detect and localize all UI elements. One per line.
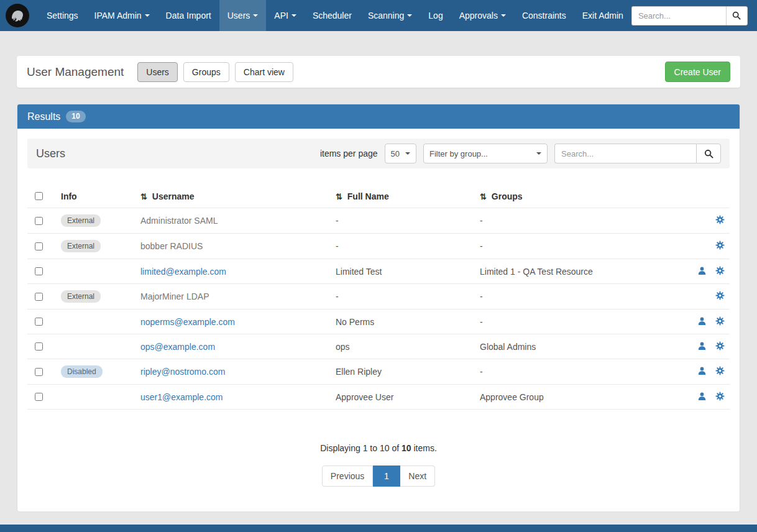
gear-icon[interactable]	[715, 215, 725, 226]
username-link: MajorMiner LDAP	[140, 291, 209, 301]
results-panel-header: Results 10	[17, 104, 740, 129]
full-name-cell: Ellen Ripley	[331, 359, 475, 385]
gear-icon[interactable]	[715, 316, 725, 328]
row-checkbox[interactable]	[35, 368, 43, 376]
nav-item[interactable]: Settings	[39, 0, 86, 31]
row-checkbox[interactable]	[35, 293, 43, 301]
previous-page-button[interactable]: Previous	[322, 466, 373, 487]
tab-chart-view[interactable]: Chart view	[235, 62, 293, 82]
column-header-fullname[interactable]: ⇅ Full Name	[331, 185, 475, 208]
full-name-cell: ops	[331, 334, 475, 359]
search-icon	[704, 149, 713, 158]
toolbar-controls: items per page 50 Filter by group...	[320, 144, 721, 163]
section-title: Users	[36, 147, 65, 160]
app-logo[interactable]	[5, 3, 30, 28]
column-header-info: Info	[56, 185, 135, 208]
caret-down-icon	[253, 14, 258, 17]
nav-item[interactable]: Log	[420, 0, 451, 31]
gear-icon[interactable]	[715, 392, 725, 403]
caret-down-icon	[536, 152, 541, 155]
nav-item[interactable]: Constraints	[514, 0, 574, 31]
caret-down-icon	[407, 14, 412, 17]
nav-item[interactable]: Scheduler	[305, 0, 360, 31]
full-name-cell: Limited Test	[331, 259, 475, 284]
caret-down-icon	[145, 14, 150, 17]
results-panel: Results 10 Users items per page 50 Filte…	[17, 104, 740, 512]
nav-item-label: Log	[428, 11, 443, 21]
summary-total: 10	[401, 443, 411, 453]
groups-cell: -	[475, 359, 676, 385]
table-search	[554, 144, 721, 163]
column-label: Groups	[492, 191, 523, 201]
nav-item-label: IPAM Admin	[94, 11, 142, 21]
gear-icon[interactable]	[715, 266, 725, 277]
username-link: Administrator SAML	[140, 216, 218, 226]
username-link[interactable]: user1@example.com	[140, 392, 223, 402]
items-per-page-value: 50	[391, 149, 400, 158]
row-checkbox[interactable]	[35, 217, 43, 225]
status-badge: External	[61, 240, 101, 252]
table-search-button[interactable]	[696, 144, 721, 163]
nav-item[interactable]: Scanning	[360, 0, 420, 31]
status-badge: External	[61, 290, 101, 303]
nav-item-label: Settings	[47, 11, 78, 21]
nav-item[interactable]: Data Import	[158, 0, 219, 31]
table-row: user1@example.com Approvee User Approvee…	[27, 385, 730, 410]
filter-by-group-value: Filter by group...	[429, 149, 488, 158]
table-row: noperms@example.com No Perms -	[27, 310, 730, 334]
user-profile-icon[interactable]	[697, 316, 707, 328]
create-user-button[interactable]: Create User	[665, 62, 730, 82]
gear-icon[interactable]	[715, 366, 725, 377]
tab-groups[interactable]: Groups	[183, 62, 229, 82]
row-checkbox[interactable]	[35, 318, 43, 326]
users-table-body: External Administrator SAML - -	[27, 208, 730, 410]
global-search-input[interactable]	[631, 6, 726, 25]
filter-by-group-select[interactable]: Filter by group...	[423, 144, 548, 163]
username-link[interactable]: noperms@example.com	[140, 317, 235, 327]
table-search-input[interactable]	[554, 144, 696, 163]
nav-item[interactable]: Approvals	[451, 0, 514, 31]
sort-icon: ⇅	[336, 192, 342, 201]
nav-item-label: Data Import	[166, 11, 211, 21]
gear-icon[interactable]	[715, 341, 725, 352]
table-row: limited@example.com Limited Test Limited…	[27, 259, 730, 284]
row-checkbox[interactable]	[35, 267, 43, 275]
nav-item-label: Constraints	[522, 11, 566, 21]
users-table: Info ⇅ Username ⇅ Full Name ⇅ Groups E	[27, 185, 730, 410]
nav-item-label: Exit Admin	[582, 11, 623, 21]
gear-icon[interactable]	[715, 241, 725, 252]
sort-icon: ⇅	[480, 192, 487, 201]
nav-item[interactable]: API	[266, 0, 305, 31]
column-header-groups[interactable]: ⇅ Groups	[475, 185, 676, 208]
username-link[interactable]: ripley@nostromo.com	[140, 367, 225, 377]
global-search-button[interactable]	[726, 6, 748, 25]
row-checkbox[interactable]	[35, 342, 43, 351]
mammoth-logo-icon	[5, 3, 30, 28]
nav-item[interactable]: Users	[219, 0, 267, 31]
username-link[interactable]: limited@example.com	[140, 267, 226, 277]
user-profile-icon[interactable]	[697, 392, 707, 403]
gear-icon[interactable]	[715, 291, 725, 302]
page-1-button[interactable]: 1	[373, 466, 400, 487]
select-all-checkbox[interactable]	[35, 192, 43, 200]
tab-users[interactable]: Users	[137, 62, 178, 82]
username-link[interactable]: ops@example.com	[140, 342, 215, 352]
user-profile-icon[interactable]	[697, 266, 707, 277]
user-profile-icon[interactable]	[697, 341, 707, 352]
nav-item-label: Scheduler	[313, 11, 352, 21]
row-checkbox[interactable]	[35, 242, 43, 250]
next-page-button[interactable]: Next	[400, 466, 435, 487]
results-title: Results	[27, 111, 60, 122]
table-row: External Administrator SAML - -	[27, 208, 730, 234]
row-checkbox[interactable]	[35, 393, 43, 401]
items-per-page-select[interactable]: 50	[385, 144, 416, 163]
groups-cell: Limited 1 - QA Test Resource	[475, 259, 676, 284]
nav-menu: Settings IPAM Admin Data Import Users AP…	[39, 0, 631, 31]
groups-cell: -	[475, 310, 676, 334]
column-header-username[interactable]: ⇅ Username	[135, 185, 331, 208]
user-profile-icon[interactable]	[697, 366, 707, 377]
items-per-page-label: items per page	[320, 149, 378, 158]
nav-item[interactable]: IPAM Admin	[86, 0, 158, 31]
nav-item[interactable]: Exit Admin	[574, 0, 631, 31]
navbar-right	[631, 6, 757, 25]
